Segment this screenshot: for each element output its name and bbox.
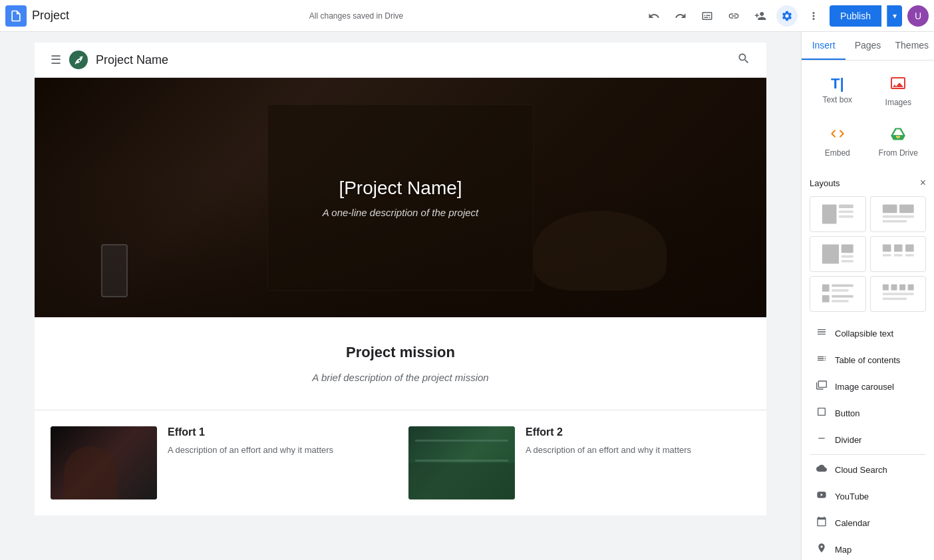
svg-rect-12 (882, 245, 891, 252)
sidebar-item-calendar[interactable]: Calendar (810, 509, 926, 536)
link-button[interactable] (723, 5, 744, 27)
effort-card-1[interactable]: Effort 1 A description of an effort and … (51, 426, 392, 499)
hamburger-icon[interactable]: ☰ (51, 53, 61, 67)
tab-insert[interactable]: Insert (802, 32, 846, 60)
publish-button[interactable]: Publish (830, 5, 881, 27)
mission-desc: A brief description of the project missi… (51, 372, 750, 383)
sidebar-item-table-of-contents[interactable]: Table of contents (810, 347, 926, 373)
svg-rect-0 (822, 205, 837, 224)
toc-icon (815, 353, 828, 366)
sidebar-item-divider[interactable]: Divider (810, 426, 926, 453)
svg-rect-7 (882, 220, 906, 223)
cloud-search-label: Cloud Search (835, 465, 887, 475)
save-status: All changes saved in Drive (309, 11, 403, 21)
tab-themes[interactable]: Themes (890, 32, 934, 60)
layout-single-full[interactable] (810, 196, 866, 232)
svg-rect-21 (822, 295, 830, 303)
svg-rect-15 (882, 254, 891, 257)
canvas-area[interactable]: ☰ Project Name (0, 32, 801, 560)
site-logo (69, 51, 88, 69)
calendar-icon (815, 516, 828, 529)
layout-text-rows[interactable] (810, 276, 866, 312)
site-wrapper: ☰ Project Name (35, 43, 766, 515)
hero-section[interactable]: [Project Name] A one-line description of… (35, 78, 766, 317)
layouts-header: Layouts × (810, 175, 926, 191)
collapsible-text-icon (815, 327, 828, 340)
publish-arrow-button[interactable]: ▾ (887, 5, 902, 27)
preview-button[interactable] (697, 5, 718, 27)
effort-card-2[interactable]: Effort 2 A description of an effort and … (408, 426, 750, 499)
image-carousel-icon (815, 380, 828, 393)
sidebar-item-collapsible-text[interactable]: Collapsible text (810, 320, 926, 347)
effort-1-info: Effort 1 A description of an effort and … (168, 426, 333, 457)
sidebar-item-map[interactable]: Map (810, 536, 926, 560)
svg-rect-28 (882, 293, 913, 295)
sidebar-item-cloud-search[interactable]: Cloud Search (810, 456, 926, 483)
embed-icon (830, 126, 846, 146)
insert-images[interactable]: Images (871, 69, 927, 114)
images-label: Images (885, 98, 911, 107)
svg-rect-1 (839, 205, 854, 208)
layout-four-thumbs[interactable] (870, 276, 927, 312)
svg-rect-8 (822, 245, 839, 264)
mission-title: Project mission (51, 344, 750, 361)
sidebar-item-button[interactable]: Button (810, 400, 926, 426)
image-carousel-label: Image carousel (835, 382, 894, 392)
insert-text-box[interactable]: T| Text box (810, 69, 865, 114)
images-icon (890, 75, 906, 95)
effort-2-info: Effort 2 A description of an effort and … (526, 426, 691, 457)
svg-rect-18 (822, 285, 830, 292)
divider-label: Divider (835, 435, 861, 445)
effort-2-image (408, 426, 515, 499)
topbar: Project All changes saved in Drive Publi… (0, 0, 934, 32)
redo-button[interactable] (670, 5, 691, 27)
cloud-search-icon (815, 463, 828, 476)
layouts-section: Layouts × (810, 175, 926, 312)
collapsible-text-label: Collapsible text (835, 329, 893, 339)
svg-rect-3 (839, 215, 854, 218)
layouts-close-button[interactable]: × (920, 178, 926, 188)
add-collaborator-button[interactable] (750, 5, 771, 27)
svg-rect-27 (907, 285, 913, 291)
layout-two-col-img-right[interactable] (870, 196, 927, 232)
topbar-right: Publish ▾ U (643, 5, 929, 27)
svg-rect-11 (842, 260, 854, 263)
svg-rect-13 (893, 245, 902, 252)
tab-pages[interactable]: Pages (846, 32, 889, 60)
sidebar-tabs: Insert Pages Themes (802, 32, 934, 61)
text-box-label: Text box (822, 95, 852, 104)
mission-section[interactable]: Project mission A brief description of t… (35, 317, 766, 410)
sidebar-item-image-carousel[interactable]: Image carousel (810, 373, 926, 400)
svg-rect-9 (842, 245, 854, 253)
effort-1-desc: A description of an effort and why it ma… (168, 444, 333, 457)
from-drive-icon (890, 126, 906, 146)
svg-rect-22 (832, 295, 853, 298)
from-drive-label: From Drive (879, 148, 918, 158)
insert-grid: T| Text box Images Embed (810, 69, 926, 164)
sidebar-item-youtube[interactable]: YouTube (810, 483, 926, 509)
effort-2-desc: A description of an effort and why it ma… (526, 444, 691, 457)
search-icon[interactable] (737, 52, 750, 69)
hero-content: [Project Name] A one-line description of… (35, 78, 766, 317)
svg-rect-29 (882, 297, 906, 300)
insert-embed[interactable]: Embed (810, 119, 865, 164)
hero-title: [Project Name] (339, 178, 462, 199)
insert-from-drive[interactable]: From Drive (871, 119, 927, 164)
effort-1-title: Effort 1 (168, 426, 333, 438)
undo-button[interactable] (643, 5, 665, 27)
right-sidebar: Insert Pages Themes T| Text box Images (801, 32, 934, 560)
hero-subtitle: A one-line description of the project (323, 207, 479, 218)
settings-button[interactable] (776, 5, 798, 27)
divider-icon (815, 433, 828, 446)
layouts-grid (810, 196, 926, 312)
svg-rect-5 (899, 205, 914, 213)
youtube-icon (815, 490, 828, 503)
svg-rect-14 (905, 245, 914, 252)
avatar: U (907, 5, 929, 27)
embed-label: Embed (825, 148, 850, 158)
more-options-button[interactable] (803, 5, 824, 27)
svg-rect-20 (832, 289, 848, 292)
layout-three-col[interactable] (870, 236, 927, 272)
layout-big-left[interactable] (810, 236, 866, 272)
svg-rect-6 (882, 215, 913, 218)
